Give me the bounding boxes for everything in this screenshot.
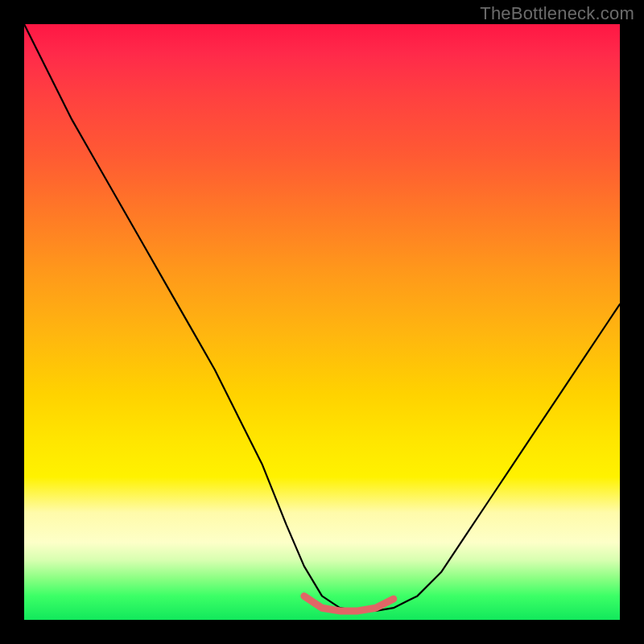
watermark-text: TheBottleneck.com: [480, 3, 634, 24]
bottleneck-curve: [24, 24, 620, 611]
curve-svg: [24, 24, 620, 620]
highlight-band: [304, 596, 394, 611]
plot-area: [24, 24, 620, 620]
chart-stage: TheBottleneck.com: [0, 0, 644, 644]
